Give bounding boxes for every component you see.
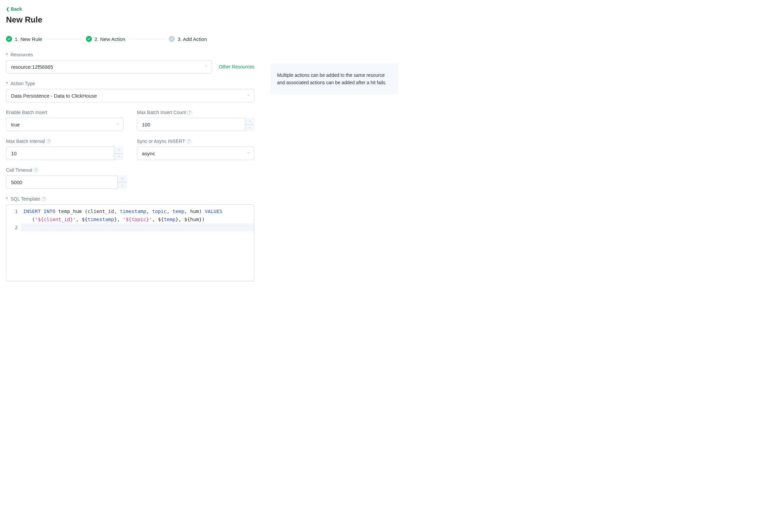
step2-label: 2. New Action [95, 36, 125, 42]
check-circle-icon [86, 36, 92, 42]
call-timeout-label: Call Timeout ? [6, 167, 254, 173]
decrement-button[interactable] [114, 154, 123, 160]
check-circle-icon [6, 36, 12, 42]
number-spinner [245, 118, 254, 131]
decrement-button[interactable] [118, 182, 127, 189]
back-label: Back [11, 6, 22, 12]
increment-button[interactable] [118, 175, 127, 182]
help-icon[interactable]: ? [41, 197, 46, 201]
action-type-label: * Action Type [6, 81, 254, 86]
max-batch-count-label: Max Batch Insert Count ? [137, 110, 254, 115]
help-icon[interactable]: ? [46, 139, 51, 144]
number-spinner [114, 147, 123, 160]
number-spinner [117, 175, 127, 189]
other-resources-link[interactable]: Other Resources [219, 64, 254, 69]
sql-template-editor[interactable]: 1 2 INSERT INTO temp_hum (client_id, tim… [6, 204, 254, 281]
action-type-select[interactable]: Data Persistence - Data to ClickHouse [6, 89, 254, 102]
help-icon[interactable]: ? [187, 139, 191, 144]
step3-label: 3. Add Action [177, 36, 207, 42]
code-area[interactable]: INSERT INTO temp_hum (client_id, timesta… [21, 205, 254, 281]
step-connector [128, 39, 165, 39]
increment-button[interactable] [114, 147, 123, 154]
step-new-rule[interactable]: 1. New Rule [6, 36, 42, 42]
code-gutter: 1 2 [6, 205, 21, 281]
step-connector [46, 39, 83, 39]
enable-batch-label: Enable Batch Insert [6, 110, 123, 115]
info-card: Multiple actions can be added to the sam… [270, 63, 398, 95]
max-batch-interval-label: Max Batch Interval ? [6, 139, 123, 144]
enable-batch-select[interactable]: true [6, 118, 123, 131]
resources-select[interactable]: resource:12f56965 [6, 60, 212, 73]
help-icon[interactable]: ? [187, 110, 192, 115]
step-add-action[interactable]: 3. Add Action [169, 36, 207, 42]
back-link[interactable]: ❮ Back [6, 6, 22, 12]
sync-async-label: Sync or Async INSERT ? [137, 139, 254, 144]
page-title: New Rule [6, 15, 430, 24]
resources-label: * Resources [6, 52, 254, 57]
max-batch-count-input[interactable] [137, 118, 254, 131]
decrement-button[interactable] [245, 125, 254, 131]
chevron-left-icon: ❮ [6, 7, 9, 11]
help-icon[interactable]: ? [34, 168, 38, 172]
check-circle-icon [169, 36, 175, 42]
step1-label: 1. New Rule [15, 36, 42, 42]
step-new-action[interactable]: 2. New Action [86, 36, 125, 42]
sync-async-select[interactable]: async [137, 147, 254, 160]
sql-template-label: * SQL Template ? [6, 196, 254, 202]
wizard-steps: 1. New Rule 2. New Action 3. Add Action [6, 36, 430, 42]
call-timeout-input[interactable] [6, 175, 127, 189]
max-batch-interval-input[interactable] [6, 147, 123, 160]
increment-button[interactable] [245, 118, 254, 125]
